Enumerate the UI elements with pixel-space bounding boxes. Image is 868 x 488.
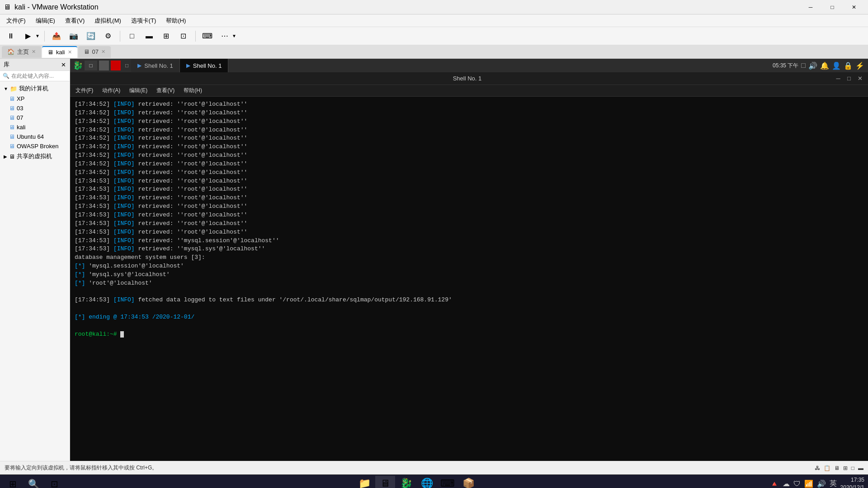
view3-button[interactable]: ⊞ bbox=[159, 30, 174, 42]
tray-icon-sound[interactable]: 🔊 bbox=[817, 479, 826, 488]
shell-minimize-button[interactable]: ─ bbox=[834, 74, 843, 83]
shell-menu-file[interactable]: 文件(F) bbox=[72, 86, 97, 95]
more-button[interactable]: ⋯ bbox=[217, 30, 232, 42]
terminal-line: [17:34:53] [INFO] retrieved: ''mysql.ses… bbox=[75, 237, 863, 245]
tab-07[interactable]: 🖥 07 ✕ bbox=[78, 46, 111, 58]
vm-sound-icon[interactable]: 🔊 bbox=[808, 61, 817, 70]
taskbar: ⊞ 🔍 ⊡ 📁 🖥 🐉 🌐 ⌨ 📦 🔺 ☁ 🛡 📶 🔊 英 17:35 2020… bbox=[0, 474, 868, 488]
tray-minimize-icon[interactable]: ▬ bbox=[858, 465, 863, 471]
tab-home-close[interactable]: ✕ bbox=[32, 49, 36, 55]
sidebar-search-container: 🔍 bbox=[0, 71, 70, 81]
tray-restore-icon[interactable]: □ bbox=[851, 465, 854, 471]
vm-screen-icon[interactable]: □ bbox=[801, 61, 806, 70]
shell-tab-1-icon: ▶ bbox=[137, 62, 142, 69]
tab-07-close[interactable]: ✕ bbox=[101, 49, 105, 55]
menu-file[interactable]: 文件(F) bbox=[2, 15, 30, 27]
terminal-line: [17:34:53] [INFO] retrieved: ''root'@'lo… bbox=[75, 228, 863, 237]
title-bar: 🖥 kali - VMware Workstation ─ □ ✕ bbox=[0, 0, 868, 14]
shell-tab-2-icon: ▶ bbox=[186, 62, 190, 69]
maximize-button[interactable]: □ bbox=[822, 0, 843, 14]
tray-icon-1[interactable]: 🔺 bbox=[770, 479, 779, 488]
vm-bell-icon[interactable]: 🔔 bbox=[820, 61, 829, 70]
shell-tab-1[interactable]: ▶ Shell No. 1 bbox=[131, 59, 180, 72]
tab-kali-label: kali bbox=[56, 49, 65, 56]
search-input[interactable] bbox=[11, 73, 67, 79]
terminal-line: [17:34:52] [INFO] retrieved: ''root'@'lo… bbox=[75, 143, 863, 151]
sidebar-my-computer[interactable]: ▼ 📁 我的计算机 bbox=[0, 83, 70, 94]
snapshot-button[interactable]: 📷 bbox=[66, 30, 81, 42]
tab-home[interactable]: 🏠 主页 ✕ bbox=[2, 46, 41, 58]
taskbar-app-vmware[interactable]: 🖥 bbox=[375, 476, 395, 488]
minimize-button[interactable]: ─ bbox=[800, 0, 821, 14]
taskbar-app-store[interactable]: 📦 bbox=[458, 476, 478, 488]
shell-menu-edit[interactable]: 编辑(E) bbox=[126, 86, 151, 95]
shell-tab-2[interactable]: ▶ Shell No. 1 bbox=[180, 59, 229, 72]
tray-maximize-icon[interactable]: ⊞ bbox=[843, 465, 848, 471]
start-button[interactable]: ⊞ bbox=[4, 476, 22, 488]
tray-icon-wifi[interactable]: 📶 bbox=[804, 479, 813, 488]
sidebar-item-03[interactable]: 🖥 03 bbox=[0, 103, 70, 113]
view2-button[interactable]: ▬ bbox=[142, 30, 156, 42]
menu-edit[interactable]: 编辑(E) bbox=[31, 15, 60, 27]
vm-icon-07: 🖥 bbox=[9, 114, 15, 121]
tray-screen-icon: 🖥 bbox=[834, 465, 840, 471]
view4-button[interactable]: ⊡ bbox=[176, 30, 191, 42]
more-dropdown[interactable]: ▼ bbox=[232, 33, 236, 38]
sidebar-item-xp[interactable]: 🖥 XP bbox=[0, 94, 70, 103]
shell-menu-help[interactable]: 帮助(H) bbox=[180, 86, 206, 95]
tab-kali-close[interactable]: ✕ bbox=[68, 49, 72, 55]
shell-maximize-button[interactable]: □ bbox=[844, 74, 854, 83]
tray-lang[interactable]: 英 bbox=[830, 479, 837, 488]
menu-help[interactable]: 帮助(H) bbox=[161, 15, 190, 27]
vm-lock-icon[interactable]: 🔒 bbox=[844, 61, 853, 70]
kali-icon-red bbox=[111, 61, 121, 70]
toolbar-separator-3 bbox=[195, 31, 196, 42]
sidebar-shared-vms[interactable]: ▶ 🖥 共享的虚拟机 bbox=[0, 151, 70, 162]
vm-icon-03: 🖥 bbox=[9, 105, 15, 112]
sidebar-ubuntu-label: Ubuntu 64 bbox=[17, 133, 44, 140]
shell-close-button[interactable]: ✕ bbox=[855, 74, 864, 83]
close-button[interactable]: ✕ bbox=[844, 0, 864, 14]
tray-clipboard-icon: 📋 bbox=[824, 465, 830, 471]
task-view-button[interactable]: ⊡ bbox=[45, 476, 63, 488]
sidebar-item-07[interactable]: 🖥 07 bbox=[0, 113, 70, 122]
sidebar-xp-label: XP bbox=[17, 95, 24, 102]
taskbar-app-terminal[interactable]: ⌨ bbox=[438, 476, 458, 488]
kali-icon-dark bbox=[99, 61, 109, 70]
taskbar-app-kali[interactable]: 🐉 bbox=[396, 476, 416, 488]
terminal[interactable]: [17:34:52] [INFO] retrieved: ''root'@'lo… bbox=[70, 97, 868, 461]
kali-screen-btn[interactable]: □ bbox=[125, 62, 128, 69]
terminal-line: [17:34:53] [INFO] retrieved: ''root'@'lo… bbox=[75, 185, 863, 194]
tray-icon-shield[interactable]: 🛡 bbox=[793, 480, 801, 488]
search-button[interactable]: 🔍 bbox=[24, 476, 42, 488]
tray-icon-cloud[interactable]: ☁ bbox=[783, 479, 790, 488]
tab-kali[interactable]: 🖥 kali ✕ bbox=[42, 46, 77, 58]
menu-vm[interactable]: 虚拟机(M) bbox=[90, 15, 126, 27]
sidebar-07-label: 07 bbox=[17, 114, 23, 121]
shell-menu-view[interactable]: 查看(V) bbox=[153, 86, 178, 95]
vm-user-icon[interactable]: 👤 bbox=[832, 61, 841, 70]
resume-dropdown[interactable]: ▼ bbox=[35, 33, 40, 38]
menu-view[interactable]: 查看(V) bbox=[61, 15, 89, 27]
sidebar-item-ubuntu[interactable]: 🖥 Ubuntu 64 bbox=[0, 132, 70, 141]
shell-menu: 文件(F) 动作(A) 编辑(E) 查看(V) 帮助(H) bbox=[70, 85, 868, 97]
view1-button[interactable]: □ bbox=[125, 30, 139, 42]
tab-kali-icon: 🖥 bbox=[47, 49, 53, 56]
shell-header: Shell No. 1 ─ □ ✕ bbox=[70, 72, 868, 85]
send-to-button[interactable]: 📤 bbox=[49, 30, 64, 42]
pause-button[interactable]: ⏸ bbox=[4, 30, 18, 42]
vm-power-icon[interactable]: ⚡ bbox=[855, 61, 864, 70]
resume-button[interactable]: ▶ bbox=[21, 30, 35, 42]
settings-button[interactable]: ⚙ bbox=[101, 30, 115, 42]
menu-tabs[interactable]: 选项卡(T) bbox=[127, 15, 161, 27]
shell-menu-action[interactable]: 动作(A) bbox=[99, 86, 124, 95]
terminal-button[interactable]: ⌨ bbox=[200, 30, 215, 42]
sidebar-item-kali[interactable]: 🖥 kali bbox=[0, 122, 70, 132]
taskbar-app-explorer[interactable]: 📁 bbox=[354, 476, 374, 488]
terminal-line: [17:34:52] [INFO] retrieved: ''root'@'lo… bbox=[75, 169, 863, 177]
snapshot2-button[interactable]: 🔄 bbox=[84, 30, 98, 42]
sidebar-item-owasp[interactable]: 🖥 OWASP Broken bbox=[0, 141, 70, 151]
taskbar-app-browser[interactable]: 🌐 bbox=[417, 476, 437, 488]
sidebar-close-icon[interactable]: ✕ bbox=[61, 61, 66, 68]
vm-icon-owasp: 🖥 bbox=[9, 143, 15, 150]
